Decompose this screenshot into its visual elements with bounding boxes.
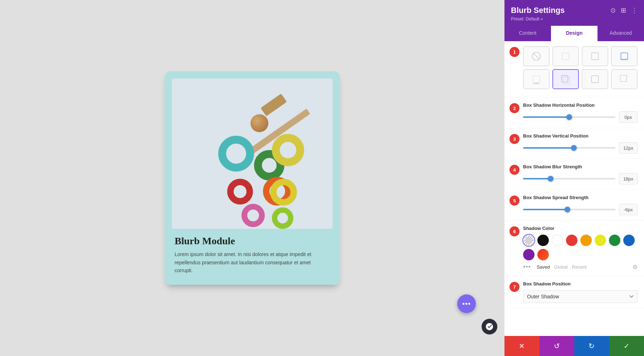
panel-preset[interactable]: Preset: Default » [511, 16, 638, 21]
layout-icon[interactable]: ⊞ [621, 6, 626, 14]
shadow-icons-grid-row2 [523, 69, 638, 89]
color-tab-saved[interactable]: Saved [537, 264, 550, 270]
vertical-position-fill [523, 147, 574, 149]
shadow-preset-soft[interactable] [582, 69, 608, 89]
color-swatch-blue[interactable] [623, 235, 635, 246]
horizontal-position-value[interactable]: 0px [619, 111, 638, 123]
svg-rect-6 [533, 76, 540, 82]
vertical-position-thumb[interactable] [571, 145, 577, 151]
color-swatch-white[interactable] [552, 235, 563, 246]
color-swatch-red[interactable] [566, 235, 577, 246]
horizontal-position-label: Box Shadow Horizontal Position [523, 102, 638, 108]
vertical-position-track[interactable] [523, 147, 615, 149]
cancel-icon: ✕ [519, 342, 525, 350]
ring-teal [218, 136, 254, 172]
blurb-title: Blurb Module [175, 235, 330, 247]
bottom-spacer [504, 308, 644, 319]
shadow-preset-all[interactable] [552, 69, 579, 89]
horizontal-position-fill [523, 116, 569, 118]
undo-button[interactable]: ↺ [540, 336, 575, 356]
spread-strength-thumb[interactable] [565, 207, 570, 212]
canvas-area: Blurb Module Lorem ipsum dolor sit amet.… [0, 0, 504, 356]
shadow-preset-none[interactable] [523, 46, 550, 66]
tab-design[interactable]: Design [551, 26, 597, 41]
color-settings-gear-icon[interactable]: ⚙ [633, 264, 638, 270]
svg-rect-2 [562, 53, 569, 59]
color-swatch-yellow[interactable] [595, 235, 606, 246]
more-options-icon[interactable]: ⋮ [631, 6, 638, 14]
fab-button[interactable]: ••• [457, 294, 476, 313]
shadow-preset-light[interactable] [552, 46, 579, 66]
svg-rect-3 [591, 53, 598, 59]
blurb-body: Lorem ipsum dolor sit amet. In nisi dolo… [175, 250, 330, 274]
tab-advanced[interactable]: Advanced [597, 26, 644, 41]
redo-button[interactable]: ↻ [574, 336, 609, 356]
confirm-button[interactable]: ✓ [609, 336, 644, 356]
blur-strength-value[interactable]: 18px [619, 173, 638, 184]
panel-header: Blurb Settings ⊙ ⊞ ⋮ Preset: Default » [504, 0, 644, 26]
spread-strength-track[interactable] [523, 209, 615, 210]
ring-yellow-small [270, 179, 297, 206]
blur-strength-track[interactable] [523, 178, 615, 179]
redo-icon: ↻ [589, 342, 595, 350]
svg-rect-7 [533, 83, 539, 84]
blur-strength-content: Box Shadow Blur Strength 18px [523, 164, 638, 184]
vertical-position-slider-row: 12px [523, 142, 638, 154]
confirm-icon: ✓ [624, 342, 630, 350]
vertical-position-value[interactable]: 12px [619, 142, 638, 154]
shadow-preset-bottom[interactable] [523, 69, 550, 89]
horizontal-position-track[interactable] [523, 116, 615, 118]
horizontal-position-thumb[interactable] [566, 114, 572, 120]
shadow-position-dropdown[interactable]: Outer Shadow Inner Shadow [523, 290, 638, 303]
more-swatches-icon[interactable]: ••• [523, 263, 531, 271]
spread-strength-content: Box Shadow Spread Strength -6px [523, 195, 638, 215]
color-tab-global[interactable]: Global [554, 264, 568, 270]
shadow-preset-corner[interactable] [611, 69, 638, 89]
step-1-badge: 1 [509, 47, 519, 57]
ring-pink [241, 204, 265, 227]
shadow-preset-medium[interactable] [582, 46, 608, 66]
svg-rect-8 [562, 76, 568, 82]
color-meta-row: ••• Saved Global Recent ⚙ [523, 263, 638, 271]
cancel-button[interactable]: ✕ [504, 336, 540, 356]
divi-logo-icon [485, 322, 494, 331]
tab-content[interactable]: Content [504, 26, 551, 41]
step-2-badge: 2 [509, 103, 519, 113]
blur-strength-label: Box Shadow Blur Strength [523, 164, 638, 169]
blurb-card[interactable]: Blurb Module Lorem ipsum dolor sit amet.… [165, 71, 340, 284]
vertical-position-content: Box Shadow Vertical Position 12px [523, 133, 638, 154]
color-swatch-custom[interactable] [537, 249, 549, 260]
svg-line-1 [533, 53, 540, 59]
panel-title: Blurb Settings [511, 6, 565, 15]
blur-strength-thumb[interactable] [548, 176, 553, 182]
color-swatch-green[interactable] [609, 235, 620, 246]
wood-ball [250, 114, 268, 132]
preview-icon[interactable]: ⊙ [610, 6, 616, 14]
blur-strength-section: 4 Box Shadow Blur Strength 18px [504, 159, 644, 190]
svg-rect-4 [621, 53, 628, 59]
color-swatch-amber[interactable] [580, 235, 592, 246]
spread-strength-slider-row: -6px [523, 204, 638, 215]
shadow-position-content: Box Shadow Position Outer Shadow Inner S… [523, 281, 638, 303]
step-5-badge: 5 [509, 196, 519, 206]
blur-strength-slider-row: 18px [523, 173, 638, 184]
vertical-position-label: Box Shadow Vertical Position [523, 133, 638, 139]
panel-header-icons: ⊙ ⊞ ⋮ [610, 6, 638, 14]
shadow-presets-content [523, 46, 638, 92]
undo-icon: ↺ [554, 342, 560, 350]
step-4-badge: 4 [509, 165, 519, 175]
spread-strength-value[interactable]: -6px [619, 204, 638, 215]
color-swatch-transparent[interactable] [523, 235, 535, 246]
ring-red [227, 179, 253, 205]
shadow-preset-blue[interactable] [611, 46, 638, 66]
shadow-color-label: Shadow Color [523, 226, 638, 231]
step-3-badge: 3 [509, 134, 519, 144]
horizontal-position-section: 2 Box Shadow Horizontal Position 0px [504, 97, 644, 128]
divi-icon[interactable] [482, 319, 497, 335]
color-swatch-black[interactable] [537, 235, 549, 246]
panel-footer: ✕ ↺ ↻ ✓ [504, 336, 644, 356]
color-tab-recent[interactable]: Recent [572, 264, 586, 270]
ring-yellow-large [272, 134, 304, 166]
color-swatch-purple[interactable] [523, 249, 535, 260]
step-7-badge: 7 [509, 282, 519, 292]
